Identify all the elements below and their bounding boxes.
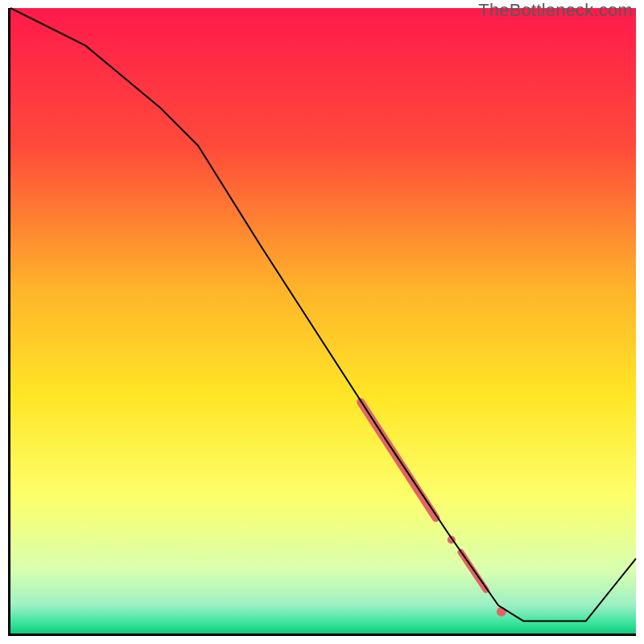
line-layer (10, 8, 636, 634)
plot-area (8, 8, 636, 636)
watermark-text: TheBottleneck.com (478, 0, 633, 21)
main-curve (10, 8, 636, 621)
chart-container: TheBottleneck.com (0, 0, 644, 644)
